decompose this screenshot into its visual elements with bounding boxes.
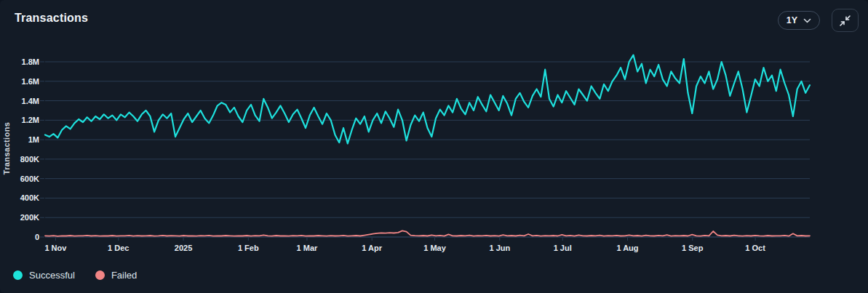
y-axis-tick-label: 600K [7, 174, 39, 184]
y-axis-tick-label: 1.2M [7, 115, 39, 125]
x-axis-tick-label: 1 Jun [479, 243, 520, 253]
x-axis-tick-label: 1 Sep [672, 243, 713, 253]
x-axis-tick-label: 1 Jul [542, 243, 583, 253]
chart-legend: SuccessfulFailed [13, 270, 137, 281]
legend-label: Failed [111, 270, 137, 281]
legend-dot-icon [13, 270, 23, 280]
failed-line [45, 230, 810, 236]
y-axis-tick-label: 800K [7, 154, 39, 164]
y-axis-tick-label: 1.4M [7, 96, 39, 106]
x-axis-tick-label: 1 Aug [607, 243, 648, 253]
successful-line [45, 55, 810, 144]
x-axis-tick-label: 1 Mar [287, 243, 327, 253]
legend-item-successful[interactable]: Successful [13, 270, 75, 281]
y-axis-tick-label: 400K [7, 193, 39, 203]
x-axis-tick-label: 1 Dec [98, 243, 139, 253]
y-axis-tick-label: 1.6M [7, 76, 39, 87]
y-axis-tick-label: 0 [7, 232, 39, 242]
x-axis-tick-label: 2025 [163, 243, 204, 253]
y-axis-tick-label: 1M [7, 135, 39, 145]
x-axis-tick-label: 1 Feb [228, 243, 268, 253]
x-axis-tick-label: 1 Nov [35, 243, 76, 253]
legend-item-failed[interactable]: Failed [95, 270, 137, 281]
transactions-chart-panel: Transactions 1Y Transactions S [0, 0, 868, 293]
x-axis-tick-label: 1 Oct [735, 243, 776, 253]
y-axis-tick-label: 200K [7, 212, 39, 222]
legend-label: Successful [29, 270, 75, 281]
legend-dot-icon [95, 270, 105, 280]
x-axis-tick-label: 1 May [415, 243, 455, 253]
y-axis-tick-label: 1.8M [7, 57, 39, 67]
x-axis-tick-label: 1 Apr [351, 243, 392, 253]
